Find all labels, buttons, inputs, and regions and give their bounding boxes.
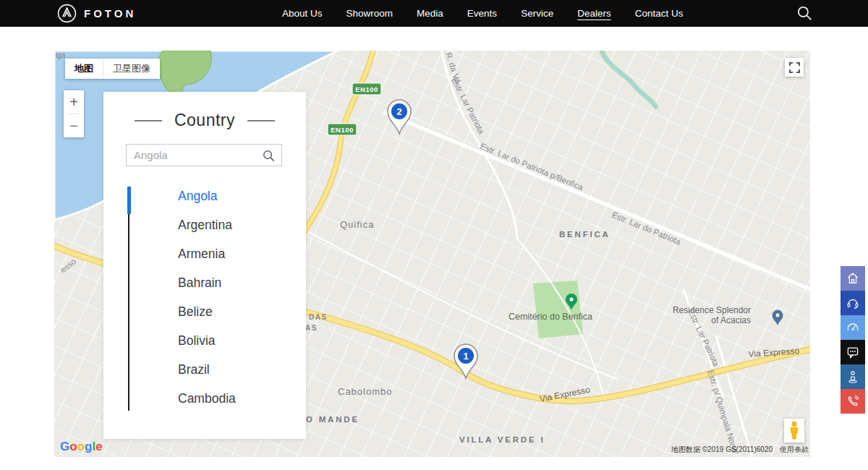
country-panel: Country Angola Argentina Armenia Bahrain…: [103, 92, 306, 439]
country-item-armenia[interactable]: Armenia: [178, 239, 306, 268]
fullscreen-icon: [789, 62, 800, 73]
foton-logo[interactable]: FOTON: [56, 3, 136, 24]
foton-logo-icon: [56, 3, 77, 24]
road-label-r-da-va: R. da Vá: [444, 51, 462, 85]
chat-icon: [846, 345, 860, 359]
main-menu: About Us Showroom Media Events Service D…: [282, 0, 683, 27]
zoom-out-button[interactable]: −: [64, 114, 84, 137]
nav-item-about-us[interactable]: About Us: [282, 8, 323, 19]
headset-icon: [846, 296, 860, 310]
list-scroll-rule: [127, 187, 131, 414]
map-type-map-button[interactable]: 地图: [65, 59, 103, 79]
country-search-input[interactable]: [127, 145, 281, 166]
nav-item-contact-us[interactable]: Contact Us: [635, 8, 684, 19]
zoom-control: + −: [64, 90, 84, 137]
zoom-in-button[interactable]: +: [64, 90, 84, 114]
terms-link[interactable]: 使用条款: [780, 445, 809, 455]
country-item-argentina[interactable]: Argentina: [178, 210, 306, 239]
road-badge-en100: EN100: [328, 124, 357, 135]
phone-button[interactable]: [841, 389, 865, 414]
road-label-estr-patriota: Estr. Lar do Patriota: [610, 210, 682, 247]
map-label-residence-1: Residence Splendor: [673, 305, 751, 315]
map-label-fragment: AS: [305, 324, 318, 332]
map-label-cemiterio: Cemitério do Benfica: [509, 312, 592, 322]
svg-text:1: 1: [463, 351, 468, 362]
chat-button[interactable]: [841, 340, 865, 364]
map-label-benfica: BENFICA: [559, 230, 610, 239]
road-label-fragment: esso: [59, 257, 78, 274]
gauge-icon: [846, 320, 860, 335]
map-label-quifica: Quifica: [340, 219, 374, 230]
svg-text:EN100: EN100: [331, 126, 354, 134]
map-label-fragment: iga: [56, 51, 66, 59]
road-label-quimpala: Estr. p/ Quimpala Norte: [706, 369, 739, 454]
country-item-belize[interactable]: Belize: [178, 297, 306, 326]
map-marker-1[interactable]: 1: [454, 344, 477, 378]
gauge-button[interactable]: [841, 315, 865, 340]
residence-poi-icon[interactable]: [773, 310, 783, 326]
headset-button[interactable]: [841, 291, 865, 315]
country-item-bahrain[interactable]: Bahrain: [178, 268, 306, 297]
nav-item-events[interactable]: Events: [467, 8, 497, 19]
home-icon: [846, 271, 860, 286]
svg-text:EN100: EN100: [355, 85, 378, 93]
road-badge-en100: EN100: [352, 83, 381, 95]
foton-logo-text: FOTON: [84, 7, 136, 20]
fullscreen-button[interactable]: [785, 58, 804, 77]
nav-item-showroom[interactable]: Showroom: [346, 8, 393, 19]
page: FOTON About Us Showroom Media Events Ser…: [0, 0, 868, 470]
map-marker-2[interactable]: 2: [388, 100, 411, 134]
panel-title-row: Country: [103, 111, 306, 130]
map-attribution: 地图数据 ©2019 GS(2011)6020 使用条款: [671, 445, 809, 455]
nav-item-dealers[interactable]: Dealers: [577, 8, 611, 19]
nav-item-service[interactable]: Service: [521, 8, 553, 19]
country-list: Angola Argentina Armenia Bahrain Belize …: [103, 181, 306, 413]
home-button[interactable]: [841, 266, 865, 291]
svg-text:2: 2: [396, 106, 401, 117]
map-label-cabolombo: Cabolombo: [338, 386, 393, 397]
map-label-residence-2: of Acacias: [711, 315, 751, 325]
map-type-satellite-button[interactable]: 卫星图像: [103, 59, 160, 79]
road-label-estr-benfica: Estr. Lar do Patriota p/Benfica: [479, 142, 584, 192]
top-nav-bar: FOTON About Us Showroom Media Events Ser…: [0, 0, 868, 27]
country-item-bolivia[interactable]: Bolivia: [178, 326, 306, 355]
map-data-credit: 地图数据 ©2019 GS(2011)6020: [671, 445, 773, 455]
pegman-icon: [788, 422, 800, 440]
park-area: [533, 281, 583, 338]
google-logo[interactable]: Google: [60, 440, 103, 454]
list-rule-line: [128, 214, 129, 411]
title-dash-left: [135, 120, 162, 121]
map-label-villa-verde: VILLA VERDE I: [459, 435, 545, 444]
search-icon[interactable]: [796, 4, 814, 22]
road-label-via-expresso: Via Expresso: [748, 346, 800, 359]
list-scroll-thumb[interactable]: [127, 187, 131, 214]
phone-icon: [846, 394, 860, 409]
panel-title: Country: [174, 111, 235, 130]
map-type-control: 地图 卫星图像: [65, 59, 160, 79]
pegman-button[interactable]: [784, 419, 804, 443]
country-item-brazil[interactable]: Brazil: [178, 355, 306, 384]
street-view-button[interactable]: [841, 364, 865, 389]
street-view-icon: [846, 369, 860, 384]
country-item-angola[interactable]: Angola: [178, 181, 306, 210]
nav-item-media[interactable]: Media: [417, 8, 443, 19]
title-dash-right: [247, 120, 275, 121]
map-label-fragment: DAS: [309, 313, 328, 321]
floating-contact-buttons: [841, 266, 865, 414]
map-label-o-mande: O MANDE: [306, 415, 359, 424]
country-item-cambodia[interactable]: Cambodia: [178, 384, 306, 413]
search-icon[interactable]: [262, 149, 276, 163]
country-search-box: [126, 144, 282, 166]
